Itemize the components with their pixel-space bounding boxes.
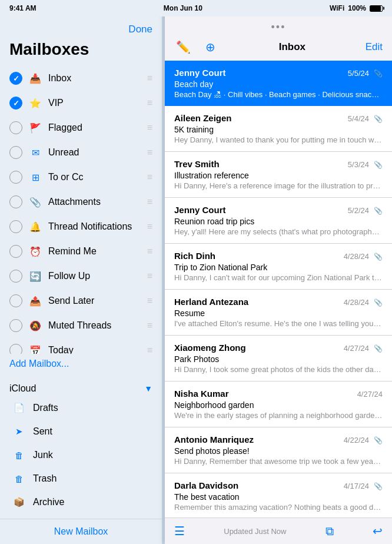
mailbox-label-send-later: Send Later (48, 296, 142, 306)
email-date-row: 5/2/24📎 (348, 206, 383, 215)
icloud-item-sent[interactable]: ➤Sent (9, 420, 152, 443)
icloud-item-trash[interactable]: 🗑Trash (9, 467, 152, 490)
email-panel-title-row: ✏️ ⊕ Inbox Edit (165, 36, 392, 61)
email-preview: Hey Danny, I wanted to thank you for put… (174, 135, 383, 144)
compose-icon[interactable]: ✏️ (174, 38, 192, 56)
back-icon[interactable]: ↩ (373, 524, 383, 538)
mailbox-item-send-later[interactable]: 📤Send Later≡ (5, 288, 157, 313)
mailbox-drag-vip: ≡ (147, 98, 152, 108)
email-subject: Reunion road trip pics (174, 217, 383, 226)
mailbox-item-attachments[interactable]: 📎Attachments≡ (5, 190, 157, 214)
more-options-icon[interactable]: ⊕ (201, 38, 219, 56)
email-date-row: 5/5/24📎 (348, 69, 383, 78)
mailbox-checkbox-muted-threads (9, 319, 22, 332)
email-subject: Beach day (174, 79, 383, 89)
mailbox-item-today[interactable]: 📅Today≡ (5, 338, 157, 354)
email-panel-footer: ☰ Updated Just Now ⧉ ↩ (165, 518, 392, 544)
mailbox-label-flagged: Flagged (48, 122, 142, 133)
email-sender: Nisha Kumar (174, 389, 229, 399)
edit-button[interactable]: Edit (366, 41, 383, 53)
email-preview: Hi Danny, I took some great photos of th… (174, 365, 383, 374)
email-date-row: 4/27/24📎 (344, 344, 383, 353)
new-mailbox-button[interactable]: New Mailbox (54, 526, 108, 537)
mailbox-item-remind-me[interactable]: ⏰Remind Me≡ (5, 239, 157, 264)
icloud-header[interactable]: iCloud ▼ (9, 379, 152, 396)
mailbox-drag-inbox: ≡ (147, 73, 152, 84)
mailbox-drag-to-or-cc: ≡ (147, 172, 152, 183)
email-sender: Aileen Zeigen (174, 113, 232, 123)
mailbox-label-inbox: Inbox (48, 73, 142, 84)
email-date: 4/27/24 (344, 344, 369, 353)
email-date-row: 5/3/24📎 (348, 160, 383, 169)
email-item-header: Jenny Court5/2/24📎 (174, 205, 383, 215)
attachment-icon: 📎 (374, 253, 383, 261)
mailbox-item-unread[interactable]: ✉Unread≡ (5, 140, 157, 165)
attachment-icon: 📎 (374, 482, 383, 490)
email-list-item[interactable]: Antonio Manriquez4/22/24📎Send photos ple… (165, 427, 392, 473)
inbox-title: Inbox (219, 41, 366, 53)
mailbox-label-unread: Unread (48, 147, 142, 158)
email-list-item[interactable]: Herland Antezana4/28/24📎ResumeI've attac… (165, 290, 392, 336)
icloud-label-drafts: Drafts (33, 403, 58, 413)
email-date: 4/22/24 (344, 436, 369, 445)
mailbox-item-follow-up[interactable]: 🔄Follow Up≡ (5, 264, 157, 288)
filter-icon[interactable]: ☰ (174, 524, 185, 538)
icloud-icon-junk: 🗑 (12, 448, 26, 462)
icloud-label-junk: Junk (33, 450, 53, 460)
attachment-icon: 📎 (374, 161, 383, 169)
icloud-item-drafts[interactable]: 📄Drafts (9, 396, 152, 420)
icloud-items: 📄Drafts➤Sent🗑Junk🗑Trash📦Archive (9, 396, 152, 514)
status-date: Mon Jun 10 (164, 4, 202, 12)
email-preview: Hi Danny, Remember that awesome trip we … (174, 457, 383, 466)
mailbox-item-flagged[interactable]: 🚩Flagged≡ (5, 115, 157, 140)
icloud-icon-sent: ➤ (12, 424, 26, 439)
email-preview: Hey, y'all! Here are my selects (that's … (174, 227, 383, 236)
email-list-item[interactable]: Nisha Kumar4/27/24Neighborhood gardenWe'… (165, 382, 392, 427)
drag-indicator: ••• (165, 16, 392, 36)
copy-icon[interactable]: ⧉ (325, 525, 334, 538)
mailbox-checkbox-to-or-cc (9, 171, 22, 184)
email-date: 4/28/24 (344, 252, 369, 261)
mailbox-item-thread-notifications[interactable]: 🔔Thread Notifications≡ (5, 214, 157, 239)
mailbox-item-vip[interactable]: ⭐VIP≡ (5, 91, 157, 115)
email-list-item[interactable]: Jenny Court5/5/24📎Beach dayBeach Day 🏖 ·… (165, 61, 392, 106)
email-date: 5/3/24 (348, 160, 369, 169)
email-list: Jenny Court5/5/24📎Beach dayBeach Day 🏖 ·… (165, 61, 392, 518)
email-subject: Resume (174, 309, 383, 318)
email-list-item[interactable]: Aileen Zeigen5/4/24📎5K trainingHey Danny… (165, 106, 392, 152)
email-date: 4/27/24 (357, 390, 383, 399)
email-list-item[interactable]: Trev Smith5/3/24📎Illustration referenceH… (165, 152, 392, 198)
mailbox-drag-thread-notifications: ≡ (147, 221, 152, 232)
icloud-item-archive[interactable]: 📦Archive (9, 490, 152, 514)
status-time: 9:41 AM (9, 4, 36, 12)
email-date: 5/5/24 (348, 69, 369, 78)
email-date-row: 4/17/24📎 (344, 482, 383, 490)
mailbox-icon-muted-threads: 🔕 (28, 319, 42, 333)
email-preview: Beach Day 🏖 · Chill vibes · Beach games … (174, 90, 383, 99)
done-button[interactable]: Done (128, 24, 152, 35)
mailbox-drag-remind-me: ≡ (147, 246, 152, 257)
email-date-row: 4/22/24📎 (344, 436, 383, 445)
email-item-header: Rich Dinh4/28/24📎 (174, 251, 383, 261)
mailbox-drag-flagged: ≡ (147, 122, 152, 133)
mailbox-item-to-or-cc[interactable]: ⊞To or Cc≡ (5, 165, 157, 190)
mailbox-icon-to-or-cc: ⊞ (28, 170, 42, 184)
mailbox-item-inbox[interactable]: 📥Inbox≡ (5, 66, 157, 91)
email-list-item[interactable]: Darla Davidson4/17/24📎The best vacationR… (165, 473, 392, 518)
icloud-item-junk[interactable]: 🗑Junk (9, 443, 152, 467)
email-list-item[interactable]: Jenny Court5/2/24📎Reunion road trip pics… (165, 198, 392, 244)
mailbox-checkbox-flagged (9, 121, 22, 134)
mailbox-checkbox-vip (9, 97, 22, 110)
add-mailbox-button[interactable]: Add Mailbox... (0, 354, 162, 374)
update-status: Updated Just Now (224, 527, 286, 536)
mailbox-checkbox-send-later (9, 294, 22, 307)
email-list-item[interactable]: Rich Dinh4/28/24📎Trip to Zion National P… (165, 244, 392, 290)
email-item-header: Darla Davidson4/17/24📎 (174, 480, 383, 490)
email-item-header: Nisha Kumar4/27/24 (174, 389, 383, 399)
email-item-header: Trev Smith5/3/24📎 (174, 159, 383, 169)
mailbox-drag-muted-threads: ≡ (147, 320, 152, 331)
mailbox-label-to-or-cc: To or Cc (48, 172, 142, 183)
email-subject: Illustration reference (174, 171, 383, 180)
email-list-item[interactable]: Xiaomeng Zhong4/27/24📎Park PhotosHi Dann… (165, 336, 392, 382)
mailbox-item-muted-threads[interactable]: 🔕Muted Threads≡ (5, 313, 157, 338)
